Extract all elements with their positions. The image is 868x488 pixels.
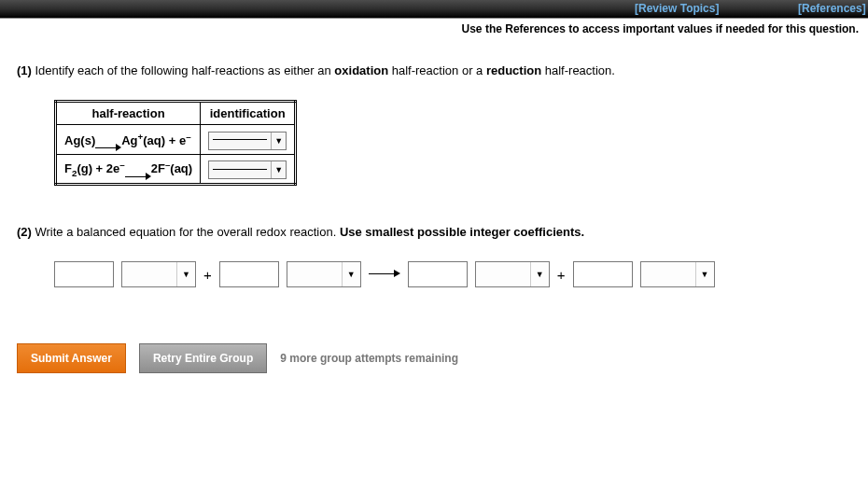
header-half-reaction: half-reaction [56,102,201,125]
equation-row: ▼ + ▼ ▼ + ▼ [54,261,851,287]
r1-rp: Ag [121,133,137,147]
question-1-prompt: (1) Identify each of the following half-… [17,63,851,77]
q1-bold-reduction: reduction [486,63,541,77]
coefficient-input-2[interactable] [219,261,279,287]
q2-text: Write a balanced equation for the overal… [32,225,340,239]
action-button-row: Submit Answer Retry Entire Group 9 more … [17,343,851,373]
r1-post: (aq) + e [143,133,186,147]
species-select-3[interactable]: ▼ [475,261,550,287]
chevron-down-icon: ▼ [271,161,286,178]
table-row: Ag(s)Ag+(aq) + e– ▼ [56,125,296,155]
q2-bold: Use smallest possible integer coefficien… [340,225,584,239]
question-2-prompt: (2) Write a balanced equation for the ov… [17,225,851,239]
half-reaction-1: Ag(s)Ag+(aq) + e– [56,125,201,155]
attempts-remaining: 9 more group attempts remaining [280,352,458,365]
coefficient-input-3[interactable] [408,261,468,287]
species-select-1[interactable]: ▼ [121,261,196,287]
half-reaction-table: half-reaction identification Ag(s)Ag+(aq… [54,100,297,186]
q2-number: (2) [17,225,32,239]
references-link[interactable]: [References] [798,2,866,15]
r1-supe: – [186,132,190,142]
retry-group-button[interactable]: Retry Entire Group [139,343,267,373]
identification-select-2[interactable]: ▼ [208,160,287,179]
reference-hint: Use the References to access important v… [0,19,868,35]
chevron-down-icon: ▼ [176,262,195,286]
chevron-down-icon: ▼ [530,262,549,286]
q1-bold-oxidation: oxidation [334,63,388,77]
r2-lp: F [64,161,72,175]
header-identification: identification [201,102,296,125]
r1-left: Ag(s) [64,133,95,147]
r2-post: (aq) [170,161,192,175]
r2-mid: (g) + 2e [77,161,119,175]
q1-text-a: Identify each of the following half-reac… [32,63,334,77]
table-row: F2(g) + 2e–2F–(aq) ▼ [56,154,296,185]
top-toolbar: [Review Topics] [References] [0,0,868,19]
r2-rp: 2F [151,161,165,175]
identification-cell-1: ▼ [201,125,296,155]
q1-number: (1) [17,63,32,77]
chevron-down-icon: ▼ [695,262,714,286]
plus-sign: + [203,267,212,283]
coefficient-input-4[interactable] [573,261,633,287]
identification-select-1[interactable]: ▼ [208,132,287,150]
chevron-down-icon: ▼ [271,132,286,149]
reaction-arrow-icon [369,269,400,280]
species-select-2[interactable]: ▼ [287,261,361,287]
species-select-4[interactable]: ▼ [640,261,715,287]
table-header-row: half-reaction identification [56,102,296,125]
q1-text-c: half-reaction. [541,63,615,77]
r2-sup1: – [119,160,124,170]
identification-cell-2: ▼ [201,154,296,185]
chevron-down-icon: ▼ [342,262,360,286]
q1-text-b: half-reaction or a [388,63,486,77]
submit-answer-button[interactable]: Submit Answer [17,343,126,373]
question-content: (1) Identify each of the following half-… [0,35,868,392]
coefficient-input-1[interactable] [54,261,114,287]
review-topics-link[interactable]: [Review Topics] [635,2,719,15]
half-reaction-2: F2(g) + 2e–2F–(aq) [56,154,201,185]
plus-sign: + [557,267,566,283]
